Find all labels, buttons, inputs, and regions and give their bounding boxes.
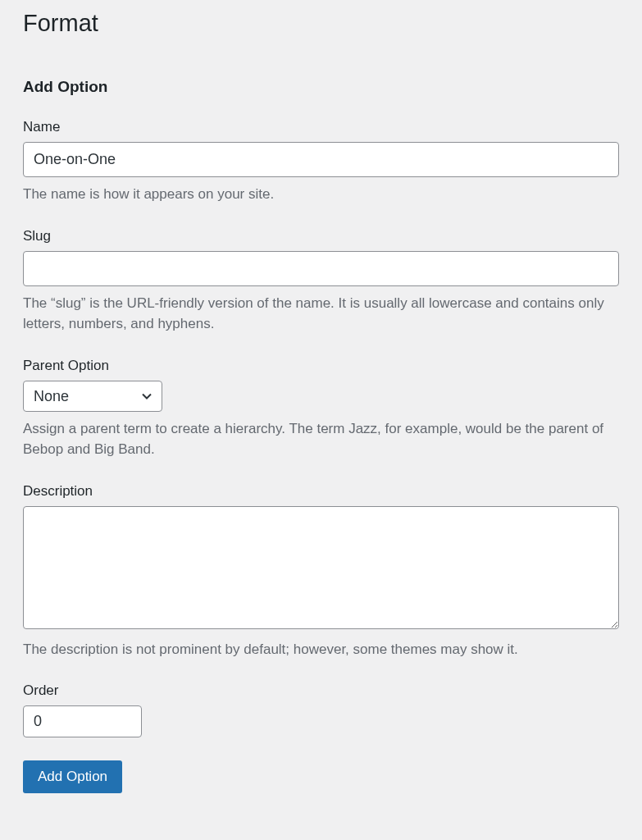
slug-label: Slug: [23, 228, 619, 244]
add-option-button[interactable]: Add Option: [23, 760, 122, 793]
parent-field-group: Parent Option None Assign a parent term …: [23, 358, 619, 460]
order-input[interactable]: [23, 705, 142, 737]
description-textarea[interactable]: [23, 506, 619, 629]
slug-input[interactable]: [23, 251, 619, 286]
parent-help-text: Assign a parent term to create a hierarc…: [23, 418, 619, 460]
name-input[interactable]: [23, 142, 619, 177]
section-title: Add Option: [23, 78, 619, 96]
slug-help-text: The “slug” is the URL-friendly version o…: [23, 293, 619, 335]
description-field-group: Description The description is not promi…: [23, 483, 619, 660]
name-label: Name: [23, 119, 619, 135]
description-label: Description: [23, 483, 619, 500]
parent-select-wrapper: None: [23, 381, 162, 412]
parent-select[interactable]: None: [23, 381, 162, 412]
parent-label: Parent Option: [23, 358, 619, 374]
name-field-group: Name The name is how it appears on your …: [23, 119, 619, 205]
description-help-text: The description is not prominent by defa…: [23, 639, 619, 660]
slug-field-group: Slug The “slug” is the URL-friendly vers…: [23, 228, 619, 335]
order-label: Order: [23, 682, 619, 699]
order-field-group: Order: [23, 682, 619, 737]
name-help-text: The name is how it appears on your site.: [23, 184, 619, 205]
page-title: Format: [23, 10, 619, 37]
